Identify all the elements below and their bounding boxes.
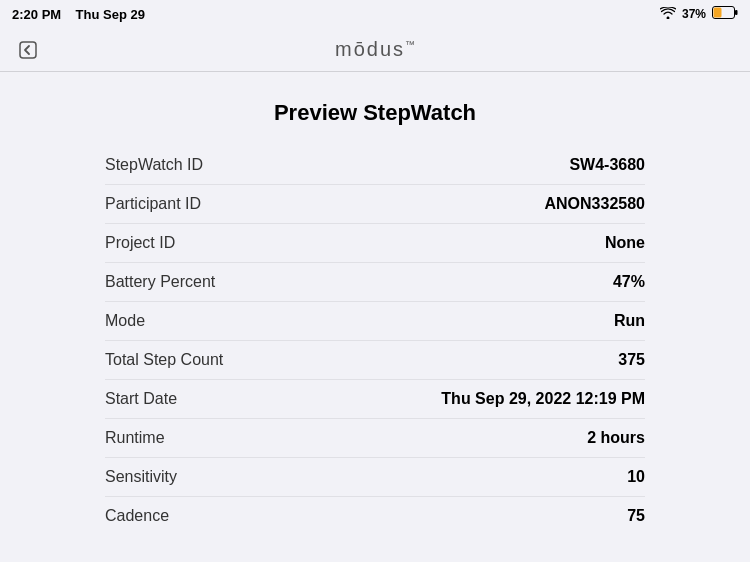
status-bar: 2:20 PM Thu Sep 29 37% bbox=[0, 0, 750, 28]
field-label: Runtime bbox=[105, 429, 165, 447]
field-value: 2 hours bbox=[587, 429, 645, 447]
field-label: Sensitivity bbox=[105, 468, 177, 486]
nav-bar: mōdus™ bbox=[0, 28, 750, 72]
table-row: Participant IDANON332580 bbox=[105, 185, 645, 224]
field-value: 10 bbox=[627, 468, 645, 486]
battery-icon bbox=[712, 6, 738, 22]
field-value: SW4-3680 bbox=[569, 156, 645, 174]
field-value: None bbox=[605, 234, 645, 252]
svg-rect-3 bbox=[20, 42, 36, 58]
status-indicators: 37% bbox=[660, 6, 738, 22]
svg-rect-2 bbox=[735, 10, 738, 15]
table-row: Project IDNone bbox=[105, 224, 645, 263]
field-label: Start Date bbox=[105, 390, 177, 408]
table-row: Total Step Count375 bbox=[105, 341, 645, 380]
back-button[interactable] bbox=[12, 34, 44, 66]
field-value: Run bbox=[614, 312, 645, 330]
field-label: Cadence bbox=[105, 507, 169, 525]
field-label: Battery Percent bbox=[105, 273, 215, 291]
field-label: Mode bbox=[105, 312, 145, 330]
page-title: Preview StepWatch bbox=[0, 100, 750, 126]
field-value: ANON332580 bbox=[545, 195, 646, 213]
svg-rect-1 bbox=[714, 8, 722, 18]
field-label: Participant ID bbox=[105, 195, 201, 213]
table-row: Battery Percent47% bbox=[105, 263, 645, 302]
field-label: StepWatch ID bbox=[105, 156, 203, 174]
info-table: StepWatch IDSW4-3680Participant IDANON33… bbox=[105, 146, 645, 535]
table-row: StepWatch IDSW4-3680 bbox=[105, 146, 645, 185]
field-label: Project ID bbox=[105, 234, 175, 252]
field-value: 47% bbox=[613, 273, 645, 291]
battery-percent: 37% bbox=[682, 7, 706, 21]
status-time: 2:20 PM bbox=[12, 7, 61, 22]
field-value: Thu Sep 29, 2022 12:19 PM bbox=[441, 390, 645, 408]
table-row: Start DateThu Sep 29, 2022 12:19 PM bbox=[105, 380, 645, 419]
status-date: Thu Sep 29 bbox=[76, 7, 145, 22]
table-row: Sensitivity10 bbox=[105, 458, 645, 497]
wifi-icon bbox=[660, 7, 676, 22]
table-row: ModeRun bbox=[105, 302, 645, 341]
app-logo: mōdus™ bbox=[335, 38, 415, 61]
status-time-date: 2:20 PM Thu Sep 29 bbox=[12, 7, 145, 22]
field-label: Total Step Count bbox=[105, 351, 223, 369]
table-row: Runtime2 hours bbox=[105, 419, 645, 458]
table-row: Cadence75 bbox=[105, 497, 645, 535]
field-value: 75 bbox=[627, 507, 645, 525]
field-value: 375 bbox=[618, 351, 645, 369]
